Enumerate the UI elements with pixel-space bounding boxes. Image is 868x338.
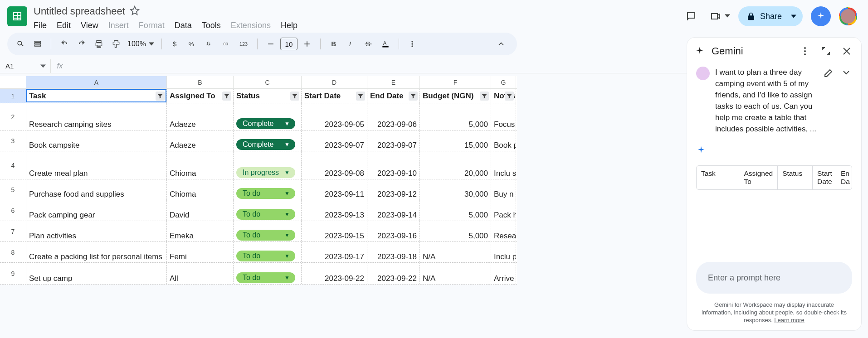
star-icon[interactable] (130, 5, 140, 17)
sheets-logo[interactable] (7, 6, 27, 26)
currency-icon[interactable]: $ (167, 36, 183, 52)
menu-file[interactable]: File (34, 21, 47, 30)
cell[interactable]: 2023-09-05 (302, 103, 367, 130)
text-color-icon[interactable]: A (378, 36, 393, 52)
meet-icon[interactable] (707, 8, 724, 24)
cell[interactable]: Emeka (167, 221, 234, 241)
panel-more-icon[interactable] (798, 44, 812, 58)
cell[interactable]: 2023-09-13 (302, 200, 367, 221)
header-cell-b[interactable]: Assigned To (167, 89, 234, 103)
row-header-7[interactable]: 7 (0, 221, 26, 241)
prompt-input[interactable]: Enter a prompt here (696, 262, 852, 294)
cell[interactable]: 5,000 (420, 103, 491, 130)
status-chip[interactable]: In progress▼ (236, 167, 295, 178)
header-cell-c[interactable]: Status (234, 89, 302, 103)
status-chip[interactable]: To do▼ (236, 188, 295, 199)
menu-extensions[interactable]: Extensions (231, 21, 271, 30)
cell[interactable]: 2023-09-16 (367, 221, 420, 241)
status-chip[interactable]: To do▼ (236, 272, 295, 283)
column-header-E[interactable]: E (367, 76, 420, 88)
cell[interactable]: Chioma (167, 151, 234, 179)
redo-icon[interactable] (74, 36, 89, 52)
share-button[interactable]: Share (738, 6, 803, 26)
filter-icon[interactable] (480, 92, 489, 101)
decrease-decimal-icon[interactable]: .0 (202, 36, 217, 52)
cell[interactable]: Set up camp (26, 263, 167, 284)
cell[interactable]: 2023-09-06 (367, 103, 420, 130)
row-header-6[interactable]: 6 (0, 200, 26, 221)
column-header-G[interactable]: G (491, 76, 516, 88)
menu-view[interactable]: View (81, 21, 98, 30)
panel-fullscreen-icon[interactable] (819, 44, 833, 58)
expand-prompt-icon[interactable] (840, 67, 852, 78)
cell[interactable]: 2023-09-22 (302, 263, 367, 284)
menu-format[interactable]: Format (139, 21, 165, 30)
cell-status[interactable]: Complete▼ (234, 103, 302, 130)
cell[interactable]: Inclu snack restric (491, 151, 516, 179)
cell[interactable]: 2023-09-08 (302, 151, 367, 179)
column-header-B[interactable]: B (167, 76, 234, 88)
cell-status[interactable]: To do▼ (234, 200, 302, 221)
font-size-input[interactable]: 10 (280, 38, 297, 50)
paint-format-icon[interactable] (108, 36, 124, 52)
cell[interactable]: 2023-09-10 (367, 151, 420, 179)
spreadsheet-grid[interactable]: ABCDEFG1TaskAssigned ToStatusStart DateE… (0, 76, 517, 338)
strikethrough-icon[interactable]: S (361, 36, 376, 52)
status-chip[interactable]: To do▼ (236, 251, 295, 261)
column-header-F[interactable]: F (420, 76, 491, 88)
menu-tools[interactable]: Tools (202, 21, 221, 30)
filter-icon[interactable] (505, 92, 514, 101)
cell[interactable]: 2023-09-07 (302, 130, 367, 151)
cell[interactable]: 2023-09-18 (367, 242, 420, 262)
cell[interactable]: 2023-09-15 (302, 221, 367, 241)
row-header-2[interactable]: 2 (0, 103, 26, 130)
increase-font-icon[interactable] (299, 36, 315, 52)
cell[interactable]: Plan activities (26, 221, 167, 241)
cell[interactable]: 2023-09-22 (367, 263, 420, 284)
filter-icon[interactable] (156, 92, 165, 101)
edit-prompt-icon[interactable] (823, 67, 835, 78)
cell[interactable]: Buy n equip (491, 179, 516, 200)
cell[interactable]: Chioma (167, 179, 234, 200)
column-header-C[interactable]: C (234, 76, 302, 88)
header-cell-a[interactable]: Task (26, 89, 167, 103)
share-dropdown-icon[interactable] (787, 14, 800, 19)
filter-icon[interactable] (290, 92, 299, 101)
row-header-5[interactable]: 5 (0, 179, 26, 200)
cell[interactable]: N/A (420, 242, 491, 262)
undo-icon[interactable] (57, 36, 72, 52)
cell-status[interactable]: Complete▼ (234, 130, 302, 151)
cell[interactable]: Book peopl (491, 130, 516, 151)
increase-decimal-icon[interactable]: .00 (219, 36, 234, 52)
bold-icon[interactable]: B (326, 36, 341, 52)
status-chip[interactable]: To do▼ (236, 230, 295, 241)
filter-icon[interactable] (409, 92, 418, 101)
cell[interactable]: 2023-09-17 (302, 242, 367, 262)
menu-data[interactable]: Data (175, 21, 192, 30)
status-chip[interactable]: To do▼ (236, 209, 295, 220)
comment-history-icon[interactable] (683, 8, 699, 24)
collapse-toolbar-icon[interactable] (493, 36, 509, 52)
row-header-1[interactable]: 1 (0, 89, 26, 103)
cell[interactable]: 2023-09-07 (367, 130, 420, 151)
row-header-3[interactable]: 3 (0, 130, 26, 151)
cell[interactable]: Purchase food and supplies (26, 179, 167, 200)
cell[interactable]: 15,000 (420, 130, 491, 151)
more-toolbar-icon[interactable] (405, 36, 420, 52)
zoom-dropdown[interactable]: 100% (126, 40, 156, 48)
cell[interactable]: 2023-09-12 (367, 179, 420, 200)
cell[interactable]: 2023-09-11 (302, 179, 367, 200)
menus-icon[interactable] (30, 36, 45, 52)
row-header-8[interactable]: 8 (0, 242, 26, 262)
cell[interactable]: All (167, 263, 234, 284)
cell[interactable]: Focus amen (491, 103, 516, 130)
cell[interactable]: Create meal plan (26, 151, 167, 179)
account-avatar[interactable] (839, 7, 857, 25)
cell-status[interactable]: In progress▼ (234, 151, 302, 179)
search-icon[interactable] (13, 36, 28, 52)
cell-status[interactable]: To do▼ (234, 242, 302, 262)
column-header-D[interactable]: D (302, 76, 367, 88)
filter-icon[interactable] (356, 92, 365, 101)
decrease-font-icon[interactable] (263, 36, 278, 52)
cell-status[interactable]: To do▼ (234, 179, 302, 200)
